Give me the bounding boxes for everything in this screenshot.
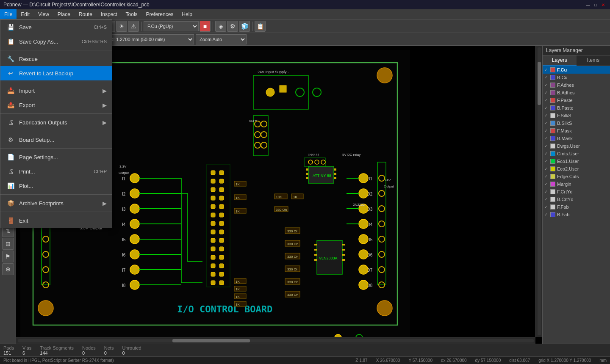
tab-items[interactable]: Items	[577, 55, 610, 66]
menu-edit[interactable]: Edit	[17, 9, 34, 19]
layer-row-edge-cuts[interactable]: ✓ Edge.Cuts	[543, 173, 610, 180]
svg-rect-47	[211, 171, 215, 175]
dropdown-separator	[0, 194, 112, 195]
layer-row-b-fab[interactable]: ✓ B.Fab	[543, 211, 610, 218]
svg-rect-10	[280, 85, 286, 92]
dropdown-separator	[0, 131, 112, 131]
svg-rect-62	[219, 230, 224, 234]
svg-rect-84	[306, 173, 308, 175]
layer-row-b-paste[interactable]: ✓ B.Paste	[543, 104, 610, 112]
layer-row-cmts-user[interactable]: ✓ Cmts.User	[543, 150, 610, 157]
layer-row-b-mask[interactable]: ✓ B.Mask	[543, 135, 610, 142]
dropdown-item-import[interactable]: 📥 Import ▶	[0, 83, 112, 98]
dropdown-item-save-copy[interactable]: 📋 Save Copy As... Ctrl+Shift+S	[0, 34, 112, 49]
svg-rect-83	[306, 168, 308, 171]
layer-row-margin[interactable]: ✓ Margin	[543, 180, 610, 188]
coord-grid: grid X 1.270000 Y 1.270000	[538, 358, 591, 363]
layer-row-dwgs-user[interactable]: ✓ Dwgs.User	[543, 142, 610, 150]
print-shortcut: Ctrl+P	[94, 169, 107, 174]
layer-row-b-silks[interactable]: ✓ B.SilkS	[543, 119, 610, 127]
dropdown-item-fab-outputs[interactable]: 🖨 Fabrication Outputs ▶	[0, 115, 112, 130]
svg-text:1K: 1K	[236, 210, 240, 213]
3d-view-button[interactable]: 🧊	[239, 21, 250, 32]
dropdown-item-archive-footprints[interactable]: 📦 Archive Footprints ▶	[0, 196, 112, 210]
layer-row-eco2-user[interactable]: ✓ Eco2.User	[543, 165, 610, 173]
layer-row-b-adhes[interactable]: ✓ B.Adhes	[543, 89, 610, 97]
highlight-mode-button[interactable]: ◈	[215, 21, 226, 32]
tab-layers[interactable]: Layers	[543, 55, 577, 66]
menu-view[interactable]: View	[34, 9, 53, 19]
h-scrollbar[interactable]	[16, 337, 535, 344]
grid-tool[interactable]: ⊞	[2, 238, 14, 250]
svg-text:I4: I4	[122, 222, 126, 227]
zoom-tool[interactable]: ⊕	[2, 263, 14, 275]
save-copy-shortcut: Ctrl+Shift+S	[82, 39, 107, 44]
svg-text:5V DC relay: 5V DC relay	[342, 153, 360, 157]
menu-preferences[interactable]: Preferences	[142, 9, 178, 19]
highlight-button[interactable]: ☀	[116, 21, 127, 32]
svg-text:I1: I1	[122, 176, 126, 181]
dropdown-item-revert[interactable]: ↩ Revert to Last Backup	[0, 66, 112, 80]
archive-footprints-label: Archive Footprints	[19, 200, 103, 207]
page-settings-icon: 📄	[6, 152, 16, 162]
dropdown-item-print[interactable]: 🖨 Print... Ctrl+P	[0, 164, 112, 179]
svg-rect-126	[314, 259, 317, 261]
svg-rect-127	[342, 244, 345, 245]
import-arrow: ▶	[103, 88, 107, 94]
svg-text:I5: I5	[122, 237, 126, 242]
drc-tool[interactable]: ⚑	[2, 251, 14, 262]
dropdown-item-exit[interactable]: 🚪 Exit	[0, 213, 112, 228]
menu-file[interactable]: File	[0, 9, 17, 19]
svg-rect-129	[342, 254, 345, 256]
svg-rect-125	[314, 254, 317, 256]
layer-color-button[interactable]: ■	[200, 21, 211, 32]
page-settings-label: Page Settings...	[19, 154, 107, 160]
layer-row-f-crtyd[interactable]: ✓ F.CrtYd	[543, 188, 610, 196]
dropdown-item-plot[interactable]: 📊 Plot...	[0, 179, 112, 193]
dropdown-item-export[interactable]: 📤 Export ▶	[0, 98, 112, 112]
layer-row-f-paste[interactable]: ✓ F.Paste	[543, 97, 610, 104]
layer-row-f-silks[interactable]: ✓ F.SilkS	[543, 112, 610, 119]
save-shortcut: Ctrl+S	[94, 25, 107, 30]
menu-tools[interactable]: Tools	[122, 9, 142, 19]
layer-row-f-fab[interactable]: ✓ F.Fab	[543, 203, 610, 211]
svg-text:I8: I8	[122, 283, 126, 288]
svg-text:1K: 1K	[236, 295, 240, 299]
svg-point-45	[359, 280, 368, 290]
dropdown-item-rescue[interactable]: 🔧 Rescue	[0, 52, 112, 66]
menu-inspect[interactable]: Inspect	[97, 9, 122, 19]
close-button[interactable]: ✕	[600, 1, 607, 8]
layer-row-b-crtyd[interactable]: ✓ B.CrtYd	[543, 196, 610, 203]
dropdown-separator	[0, 113, 112, 114]
board-setup-button[interactable]: ⚙	[227, 21, 238, 32]
layer-row-eco1-user[interactable]: ✓ Eco1.User	[543, 157, 610, 165]
file-menu-dropdown: 💾 Save Ctrl+S 📋 Save Copy As... Ctrl+Shi…	[0, 19, 112, 228]
layer-row-f-mask[interactable]: ✓ F.Mask	[543, 127, 610, 135]
menu-place[interactable]: Place	[53, 9, 75, 19]
zoom-select[interactable]: Zoom Auto	[196, 34, 247, 44]
dropdown-item-board-setup[interactable]: ⚙ Board Setup...	[0, 132, 112, 147]
layer-row-b-cu[interactable]: ✓ B.Cu	[543, 74, 610, 81]
add-board-button[interactable]: 📋	[255, 21, 266, 32]
svg-point-43	[359, 250, 368, 259]
menu-route[interactable]: Route	[75, 9, 97, 19]
dropdown-separator	[0, 50, 112, 50]
board-setup-icon: ⚙	[6, 135, 16, 145]
dropdown-item-save[interactable]: 💾 Save Ctrl+S	[0, 20, 112, 34]
dropdown-item-page-settings[interactable]: 📄 Page Settings...	[0, 150, 112, 164]
svg-text:330 Oh: 330 Oh	[287, 280, 298, 284]
dropdown-separator	[0, 148, 112, 149]
archive-footprints-icon: 📦	[6, 198, 16, 208]
minimize-button[interactable]: —	[585, 1, 591, 8]
layer-row-f-cu[interactable]: ✓ F.Cu	[543, 66, 610, 74]
svg-rect-48	[219, 171, 224, 175]
maximize-button[interactable]: □	[592, 1, 599, 8]
layer-select[interactable]: F.Cu (PgUp) B.Cu	[144, 21, 199, 31]
menu-help[interactable]: Help	[177, 9, 197, 19]
layer-row-f-adhes[interactable]: ✓ F.Adhes	[543, 81, 610, 89]
v-scrollbar[interactable]	[535, 46, 542, 337]
grid-select[interactable]: Grid: 1.2700 mm (50.00 mils)	[101, 34, 194, 44]
svg-rect-66	[219, 247, 224, 251]
svg-text:I2: I2	[122, 192, 126, 196]
run-drc-button[interactable]: ⚠	[128, 21, 139, 32]
